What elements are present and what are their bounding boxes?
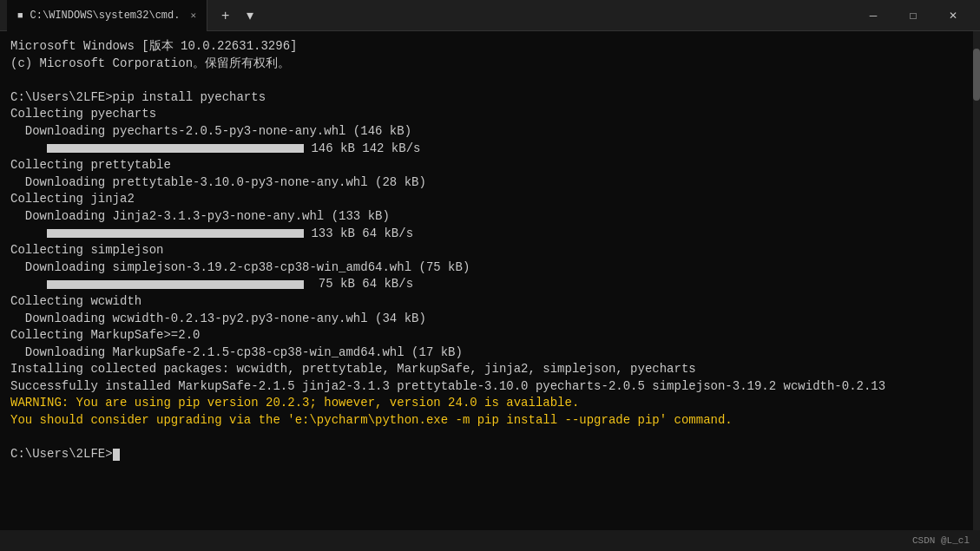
terminal-line-8: Collecting prettytable: [10, 157, 970, 174]
terminal-line-1: Microsoft Windows [版本 10.0.22631.3296]: [10, 38, 970, 56]
titlebar: ■ C:\WINDOWS\system32\cmd. ✕ + ▾ ─ □ ✕: [0, 0, 980, 31]
terminal-line-22: WARNING: You are using pip version 20.2.…: [10, 395, 970, 412]
tab-dropdown-button[interactable]: ▾: [240, 0, 260, 31]
scrollbar[interactable]: [973, 31, 980, 530]
cursor: [113, 449, 120, 461]
terminal-line-10: Collecting jinja2: [10, 191, 970, 208]
terminal-line-15: 75 kB 64 kB/s: [10, 276, 970, 293]
terminal-line-18: Collecting MarkupSafe>=2.0: [10, 327, 970, 344]
maximize-button[interactable]: □: [893, 0, 933, 31]
terminal-line-21: Successfully installed MarkupSafe-2.1.5 …: [10, 378, 970, 396]
terminal-line-6: Downloading pyecharts-2.0.5-py3-none-any…: [10, 123, 970, 141]
terminal-body[interactable]: Microsoft Windows [版本 10.0.22631.3296] (…: [0, 31, 980, 530]
terminal-line-3: [10, 72, 970, 89]
terminal-line-7: 146 kB 142 kB/s: [10, 141, 970, 158]
terminal-line-20: Installing collected packages: wcwidth, …: [10, 361, 970, 378]
terminal-line-16: Collecting wcwidth: [10, 293, 970, 311]
terminal-line-19: Downloading MarkupSafe-2.1.5-cp38-cp38-w…: [10, 344, 970, 362]
terminal-line-4: C:\Users\2LFE>pip install pyecharts: [10, 89, 970, 107]
tab-label: C:\WINDOWS\system32\cmd.: [30, 10, 181, 22]
terminal-line-5: Collecting pyecharts: [10, 106, 970, 123]
new-tab-button[interactable]: +: [214, 0, 236, 31]
terminal-line-2: (c) Microsoft Corporation。保留所有权利。: [10, 56, 970, 73]
minimize-button[interactable]: ─: [853, 0, 893, 31]
bottom-bar: CSDN @L_cl: [0, 530, 980, 551]
terminal-line-24: [10, 430, 970, 447]
cmd-window: ■ C:\WINDOWS\system32\cmd. ✕ + ▾ ─ □ ✕ M…: [0, 0, 980, 551]
terminal-line-12: 133 kB 64 kB/s: [10, 226, 970, 243]
cmd-icon: ■: [17, 10, 23, 21]
terminal-prompt: C:\Users\2LFE>: [10, 446, 970, 463]
terminal-line-14: Downloading simplejson-3.19.2-cp38-cp38-…: [10, 259, 970, 277]
scrollbar-thumb[interactable]: [973, 49, 980, 101]
terminal-line-11: Downloading Jinja2-3.1.3-py3-none-any.wh…: [10, 208, 970, 226]
tab-controls: + ▾: [214, 0, 260, 31]
active-tab[interactable]: ■ C:\WINDOWS\system32\cmd. ✕: [7, 0, 207, 31]
tab-close-button[interactable]: ✕: [190, 10, 196, 21]
titlebar-tabs: ■ C:\WINDOWS\system32\cmd. ✕ + ▾: [7, 0, 853, 31]
close-button[interactable]: ✕: [933, 0, 973, 31]
terminal-line-17: Downloading wcwidth-0.2.13-py2.py3-none-…: [10, 311, 970, 328]
terminal-line-23: You should consider upgrading via the 'e…: [10, 412, 970, 430]
window-controls: ─ □ ✕: [853, 0, 973, 31]
terminal-line-9: Downloading prettytable-3.10.0-py3-none-…: [10, 174, 970, 192]
terminal-line-13: Collecting simplejson: [10, 242, 970, 259]
bottom-bar-text: CSDN @L_cl: [912, 535, 970, 546]
